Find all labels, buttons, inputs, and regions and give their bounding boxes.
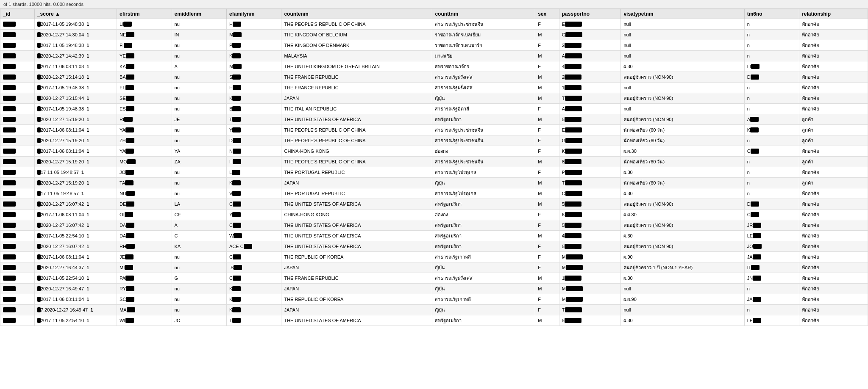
cell-sex: F bbox=[535, 305, 559, 315]
cell-relationship: พักอาศัย bbox=[799, 104, 868, 114]
table-row[interactable]: 2017-11-06 08:11:04 1SC nuK THE REPUBLIC… bbox=[0, 294, 868, 305]
table-row[interactable]: 2020-12-27 14:42:39 1YE nuK MALAYSIAมาเล… bbox=[0, 51, 868, 61]
cell-score: 2017-11-05 22:54:10 1 bbox=[34, 231, 117, 241]
cell-efamilynm: K bbox=[226, 178, 281, 188]
table-row[interactable]: 2017-11-05 19:48:38 1FI nuP THE KINGDOM … bbox=[0, 40, 868, 51]
cell-counttnm: สาธารณรัฐฝรั่งเศส bbox=[432, 72, 535, 83]
cell-id bbox=[0, 199, 35, 210]
cell-score: 2017-11-06 08:11:04 1 bbox=[34, 294, 117, 305]
cell-passportno: 5 bbox=[559, 114, 621, 125]
header-sex: sex bbox=[535, 9, 559, 19]
cell-id bbox=[0, 157, 35, 167]
cell-id bbox=[0, 125, 35, 135]
cell-efamilynm: C bbox=[226, 220, 281, 231]
cell-efirstnm: JE bbox=[117, 252, 172, 262]
cell-score: 2017-11-06 08:11:03 1 bbox=[34, 61, 117, 72]
cell-visatypetnm: ผ.30 bbox=[621, 231, 744, 241]
cell-id bbox=[0, 104, 35, 114]
cell-id bbox=[0, 30, 35, 40]
table-row[interactable]: 2020-12-27 15:14:18 1BA nuS THE FRANCE R… bbox=[0, 72, 868, 83]
cell-visatypetnm: null bbox=[621, 19, 744, 30]
cell-tm6no: JR bbox=[744, 220, 799, 231]
cell-visatypetnm: นักท่องเที่ยว (60 วัน) bbox=[621, 125, 744, 135]
table-row[interactable]: 2017-11-05 22:54:10 1WI JOT THE UNITED S… bbox=[0, 315, 868, 326]
cell-relationship: ลูกค้า bbox=[799, 125, 868, 135]
cell-emiddlenm: ZA bbox=[172, 157, 226, 167]
cell-tm6no: n bbox=[744, 167, 799, 178]
cell-sex: M bbox=[535, 114, 559, 125]
table-row[interactable]: 7.2020-12-27 16:49:47 1MA nuK JAPANญี่ปุ… bbox=[0, 305, 868, 315]
cell-emiddlenm: C bbox=[172, 231, 226, 241]
cell-efirstnm: TA bbox=[117, 178, 172, 188]
table-row[interactable]: 2020-12-27 15:19:20 1MO ZAH THE PEOPLE'S… bbox=[0, 157, 868, 167]
cell-relationship: พักอาศัย bbox=[799, 51, 868, 61]
cell-countenm: THE UNITED STATES OF AMERICA bbox=[281, 220, 432, 231]
cell-sex: M bbox=[535, 72, 559, 83]
status-bar: of 1 shards. 10000 hits. 0.008 seconds bbox=[0, 0, 868, 9]
table-row[interactable]: 2020-12-27 15:19:20 1ZH nuD THE PEOPLE'S… bbox=[0, 135, 868, 146]
cell-id bbox=[0, 19, 35, 30]
table-row[interactable]: 2017-11-06 08:11:04 1JE nuC THE REPUBLIC… bbox=[0, 252, 868, 262]
table-row[interactable]: 2017-11-05 22:54:10 1PA GC THE FRANCE RE… bbox=[0, 273, 868, 284]
table-row[interactable]: 2020-12-27 16:07:42 1DE LAC THE UNITED S… bbox=[0, 199, 868, 210]
table-row[interactable]: 2017-11-05 19:48:38 1LI nuH THE PEOPLE'S… bbox=[0, 19, 868, 30]
cell-id bbox=[0, 315, 35, 326]
table-row[interactable]: 2017-11-05 19:48:38 1EL nuH THE FRANCE R… bbox=[0, 83, 868, 93]
cell-score: 2017-11-05 19:48:38 1 bbox=[34, 40, 117, 51]
cell-relationship: พักอาศัย bbox=[799, 83, 868, 93]
cell-efirstnm: DA bbox=[117, 220, 172, 231]
cell-efamilynm: T bbox=[226, 114, 281, 125]
cell-relationship: ลูกค้า bbox=[799, 157, 868, 167]
cell-emiddlenm: JE bbox=[172, 114, 226, 125]
cell-emiddlenm: LA bbox=[172, 199, 226, 210]
cell-visatypetnm: ผ.30 bbox=[621, 61, 744, 72]
cell-relationship: พักอาศัย bbox=[799, 93, 868, 104]
cell-visatypetnm: null bbox=[621, 104, 744, 114]
cell-visatypetnm: คนอยู่ชัวคราว 1 ปี (NON-1 YEAR) bbox=[621, 262, 744, 273]
cell-passportno: 5 bbox=[559, 241, 621, 252]
cell-countenm: CHINA-HONG KONG bbox=[281, 210, 432, 220]
cell-counttnm: สหรัฐอเมริกา bbox=[432, 315, 535, 326]
cell-emiddlenm: nu bbox=[172, 83, 226, 93]
table-row[interactable]: 17-11-05 19:48:57 1NU nuV THE PORTUGAL R… bbox=[0, 188, 868, 199]
cell-counttnm: สาธารณรัฐประชาชนจีน bbox=[432, 135, 535, 146]
table-row[interactable]: 2020-12-27 16:07:42 1RH KAACE C THE UNIT… bbox=[0, 241, 868, 252]
table-row[interactable]: 2017-11-06 08:11:04 1YA YAN CHINA-HONG K… bbox=[0, 146, 868, 157]
header-countenm: countenm bbox=[281, 9, 432, 19]
cell-efamilynm: H bbox=[226, 157, 281, 167]
table-row[interactable]: 2020-12-27 16:44:37 1MI nuIS JAPANญี่ปุ่… bbox=[0, 262, 868, 273]
cell-efirstnm: YE bbox=[117, 51, 172, 61]
cell-visatypetnm: null bbox=[621, 305, 744, 315]
cell-efamilynm: K bbox=[226, 51, 281, 61]
table-row[interactable]: 2017-11-05 22:54:10 1DA CW THE UNITED ST… bbox=[0, 231, 868, 241]
cell-id bbox=[0, 284, 35, 294]
cell-countenm: THE UNITED KINGDOM OF GREAT BRITAIN bbox=[281, 61, 432, 72]
table-row[interactable]: 2017-11-06 08:11:03 1KA AM THE UNITED KI… bbox=[0, 61, 868, 72]
cell-sex: F bbox=[535, 220, 559, 231]
header-efamilynm: efamilynm bbox=[226, 9, 281, 19]
cell-emiddlenm: JO bbox=[172, 315, 226, 326]
cell-score: 2020-12-27 15:19:20 1 bbox=[34, 135, 117, 146]
cell-score: 2017-11-05 22:54:10 1 bbox=[34, 273, 117, 284]
table-row[interactable]: 2020-12-27 16:07:42 1DA AC THE UNITED ST… bbox=[0, 220, 868, 231]
table-row[interactable]: 2017-11-05 19:48:38 1ES nuB THE ITALIAN … bbox=[0, 104, 868, 114]
table-row[interactable]: 2020-12-27 15:19:20 1RI JET THE UNITED S… bbox=[0, 114, 868, 125]
table-row[interactable]: 17-11-05 19:48:57 1JO nuL THE PORTUGAL R… bbox=[0, 167, 868, 178]
cell-efirstnm: YA bbox=[117, 146, 172, 157]
table-row[interactable]: 2020-12-27 15:19:20 1TA nuK JAPANญี่ปุ่น… bbox=[0, 178, 868, 188]
table-row[interactable]: 2020-12-27 14:30:04 1NE INM THE KINGDOM … bbox=[0, 30, 868, 40]
cell-counttnm: สาธารณรัฐโปรตุเกส bbox=[432, 167, 535, 178]
cell-sex: M bbox=[535, 199, 559, 210]
cell-id bbox=[0, 135, 35, 146]
header-emiddlenm: emiddlenm bbox=[172, 9, 226, 19]
cell-counttnm: ญี่ปุ่น bbox=[432, 178, 535, 188]
header-_score[interactable]: _score ▲ bbox=[34, 9, 117, 19]
table-row[interactable]: 2017-11-06 08:11:04 1OI CEY CHINA-HONG K… bbox=[0, 210, 868, 220]
cell-id bbox=[0, 114, 35, 125]
table-row[interactable]: 2020-12-27 16:49:47 1RY nuK JAPANญี่ปุ่น… bbox=[0, 284, 868, 294]
cell-tm6no: n bbox=[744, 19, 799, 30]
cell-passportno: T bbox=[559, 178, 621, 188]
cell-efirstnm: MO bbox=[117, 157, 172, 167]
table-row[interactable]: 2020-12-27 15:15:44 1SE nuK JAPANญี่ปุ่น… bbox=[0, 93, 868, 104]
table-row[interactable]: 2017-11-06 08:11:04 1YA nuY THE PEOPLE'S… bbox=[0, 125, 868, 135]
